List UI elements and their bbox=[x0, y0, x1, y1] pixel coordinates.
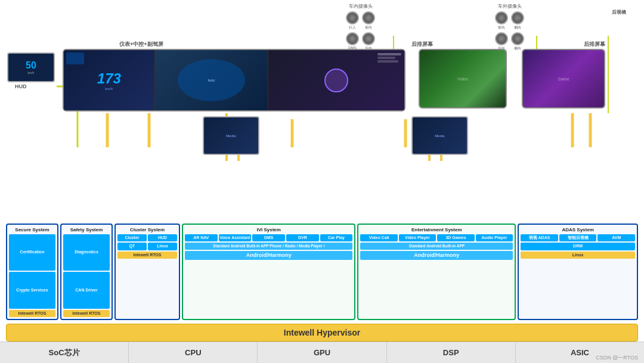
entertainment-modules-row: Video Call Video Player 3D Games Audio P… bbox=[360, 234, 513, 241]
hud-module: HUD bbox=[148, 234, 177, 241]
rearview-label: 后视镜 bbox=[612, 9, 626, 15]
right-display-1: Video bbox=[419, 49, 507, 108]
cluster-system-box: Cluster System Cluster HUD QT Linux Inte… bbox=[114, 224, 180, 320]
mengshi-module: 萌视 ADAS bbox=[521, 234, 558, 241]
voice-module: Voice Assistant bbox=[219, 234, 252, 241]
right-display-label-2: 后排屏幕 bbox=[584, 41, 605, 48]
camera-icon-8 bbox=[511, 32, 524, 45]
camera-icon-7 bbox=[495, 32, 508, 45]
adas-linux: Linux bbox=[521, 252, 635, 259]
camera-icon-1 bbox=[346, 11, 359, 24]
hw-gpu: GPU bbox=[258, 342, 386, 363]
arnav-module: AR NAV bbox=[185, 234, 218, 241]
hardware-bar: SoC芯片 CPU GPU DSP ASIC bbox=[0, 342, 644, 363]
cluster-section: 173 km/h bbox=[64, 50, 155, 110]
certification-module: Certification bbox=[9, 234, 55, 271]
ivi-os: Android/Harmony bbox=[185, 251, 352, 260]
media-section bbox=[268, 50, 404, 110]
hud-display: 50 km/h bbox=[7, 52, 55, 82]
adas-system-title: ADAS System bbox=[521, 227, 635, 232]
videoplayer-module: Video Player bbox=[399, 234, 436, 241]
cluster-qt-row: QT Linux bbox=[117, 243, 177, 250]
main-container: 车内摄像头 行人 前向 DMS 后向 车外摄像头 bbox=[0, 0, 644, 363]
ivi-standard-apps: Standard Android Built-in APP Phone / Ra… bbox=[185, 243, 352, 250]
adas-modules-row: 萌视 ADAS 智能后视镜 AVM bbox=[521, 234, 635, 241]
sub-display-2: Media bbox=[411, 116, 468, 155]
front-camera-label: 车内摄像头 bbox=[349, 3, 373, 10]
entertainment-system-title: Entertainment System bbox=[360, 227, 513, 232]
csdn-badge: CSDN @一RTOS bbox=[596, 354, 638, 362]
sub-display-1: Media bbox=[203, 116, 259, 155]
hypervisor-bar: Intewell Hypervisor bbox=[6, 324, 638, 342]
right-display-label-1: 后排屏幕 bbox=[411, 41, 433, 48]
carplay-module: Car Play bbox=[320, 234, 353, 241]
nav-section: NAV bbox=[155, 50, 269, 110]
cluster-modules-row: Cluster HUD bbox=[117, 234, 177, 241]
hw-cpu: CPU bbox=[129, 342, 258, 363]
safety-rtos: Intewell RTOS bbox=[63, 310, 110, 317]
linux-module: Linux bbox=[148, 243, 177, 250]
hud-label: HUD bbox=[15, 83, 27, 89]
crypto-module: Crypto Services bbox=[9, 272, 55, 308]
entertainment-standard-apps: Standard Android Built-in APP bbox=[360, 243, 513, 250]
camera-icon-6 bbox=[511, 11, 524, 24]
all-systems: Secure System Certification Crypto Servi… bbox=[6, 224, 638, 320]
front-camera-group: 车内摄像头 行人 前向 DMS 后向 bbox=[346, 3, 375, 51]
can-driver-module: CAN Driver bbox=[63, 272, 110, 308]
secure-system-title: Secure System bbox=[9, 227, 55, 232]
front-camera-icons: 行人 前向 bbox=[346, 11, 375, 30]
entertainment-os: Android/Harmony bbox=[360, 251, 513, 260]
secure-rtos: Intewell RTOS bbox=[9, 310, 55, 317]
ivi-system-title: IVI System bbox=[185, 227, 352, 232]
audioplayer-module: Audio Player bbox=[476, 234, 513, 241]
main-display-label: 仪表+中控+副驾屏 bbox=[119, 41, 163, 48]
dms-module: DMS bbox=[252, 234, 285, 241]
rear-camera-group: 车外摄像头 前向 侧向 后向 侧向 bbox=[495, 3, 524, 51]
entertainment-system-box: Entertainment System Video Call Video Pl… bbox=[357, 224, 516, 320]
drm-module: DRM bbox=[521, 243, 635, 250]
rear-camera-label: 车外摄像头 bbox=[498, 3, 522, 10]
cluster-rtos: Intewell RTOS bbox=[117, 252, 177, 259]
hw-dsp: DSP bbox=[387, 342, 516, 363]
diagnostics-module: Diagnostics bbox=[63, 234, 110, 271]
right-display-2: Game bbox=[522, 49, 605, 108]
safety-system-box: Safety System Diagnostics CAN Driver Int… bbox=[60, 224, 113, 320]
hypervisor-label: Intewell Hypervisor bbox=[284, 328, 360, 337]
camera-icon-4 bbox=[362, 32, 375, 45]
videocall-module: Video Call bbox=[360, 234, 397, 241]
hw-soc: SoC芯片 bbox=[0, 342, 129, 363]
smartmirror-module: 智能后视镜 bbox=[559, 234, 597, 241]
safety-system-title: Safety System bbox=[63, 227, 110, 232]
camera-icon-3 bbox=[346, 32, 359, 45]
3dgames-module: 3D Games bbox=[437, 234, 474, 241]
secure-system-box: Secure System Certification Crypto Servi… bbox=[6, 224, 58, 320]
main-display: 173 km/h NAV bbox=[63, 49, 405, 111]
ivi-modules-row: AR NAV Voice Assistant DMS DVR Car Play bbox=[185, 234, 352, 241]
cluster-module: Cluster bbox=[117, 234, 147, 241]
camera-icon-2 bbox=[362, 11, 375, 24]
cluster-system-title: Cluster System bbox=[117, 227, 177, 232]
qt-module: QT bbox=[117, 243, 147, 250]
adas-system-box: ADAS System 萌视 ADAS 智能后视镜 AVM DRM Linux bbox=[518, 224, 638, 320]
avm-module: AVM bbox=[597, 234, 635, 241]
rear-camera-icons: 前向 侧向 bbox=[495, 11, 524, 30]
camera-icon-5 bbox=[495, 11, 508, 24]
dvr-module: DVR bbox=[286, 234, 319, 241]
ivi-system-box: IVI System AR NAV Voice Assistant DMS DV… bbox=[182, 224, 355, 320]
